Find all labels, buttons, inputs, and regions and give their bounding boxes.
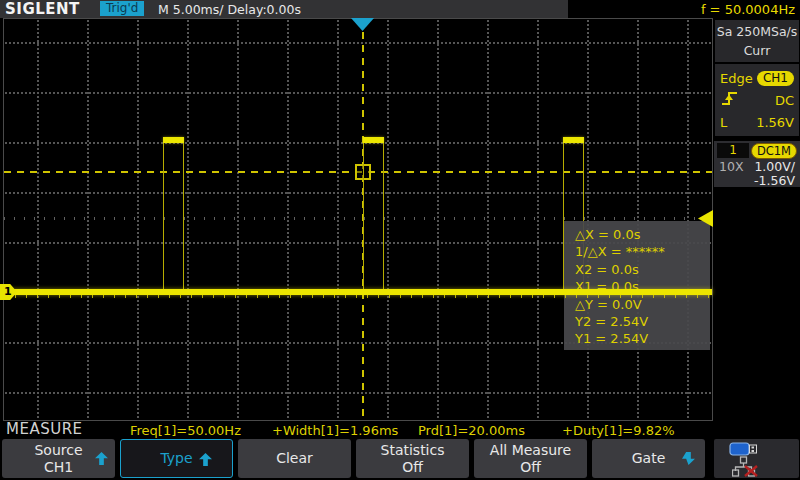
acquisition-info-box: Sa 250MSa/s Curr 17.5Mpts — [715, 20, 799, 62]
timebase-readout[interactable]: M 5.00ms/ Delay:0.00s — [158, 2, 301, 17]
cursor-readout-panel: △X = 0.0s 1/△X = ****** X2 = 0.0s X1 = 0… — [564, 221, 710, 350]
softkey-statistics-button[interactable]: Statistics Off — [356, 439, 469, 478]
rising-edge-icon — [720, 90, 740, 110]
measurement-period: Prd[1]=20.00ms — [418, 423, 525, 438]
waveform-rising-edge — [163, 141, 164, 291]
menu-up-arrow-icon — [95, 452, 108, 465]
softkey-label: Statistics — [381, 442, 445, 459]
waveform-falling-edge — [183, 141, 184, 291]
brand-logo: SIGLENT — [5, 0, 80, 18]
softkey-all-measure-button[interactable]: All Measure Off — [474, 439, 587, 478]
frequency-counter: f = 50.0004Hz — [701, 2, 795, 17]
softkey-gate-button[interactable]: Gate — [592, 439, 705, 478]
sample-rate: Sa 250MSa/s — [715, 22, 799, 41]
softkey-type-button[interactable]: Type — [120, 439, 233, 478]
softkey-label: Type — [160, 450, 192, 467]
channel-info-box[interactable]: 1 DC1M 10X 1.00V/ -1.56V — [714, 141, 800, 187]
channel-offset: -1.56V — [717, 174, 797, 188]
trigger-status-badge: Trig'd — [100, 1, 144, 16]
cursor-line-dx: △X = 0.0s — [575, 226, 710, 243]
trigger-mode: Edge — [720, 71, 753, 86]
waveform-pulse-top — [163, 137, 184, 143]
softkey-label: Source — [34, 442, 82, 459]
menu-up-arrow-icon — [199, 453, 212, 466]
softkey-sublabel: Off — [520, 459, 541, 476]
measurement-pos-width: +Width[1]=1.96ms — [272, 423, 398, 438]
softkey-sublabel: CH1 — [44, 459, 73, 476]
menu-down-arrow-icon — [682, 452, 695, 465]
softkey-label: All Measure — [490, 442, 571, 459]
waveform-pulse-top — [563, 137, 584, 143]
waveform-falling-edge — [383, 141, 384, 291]
trigger-level-label: L — [720, 115, 727, 130]
probe-attenuation: 10X — [719, 160, 743, 174]
cursor-line-x2: X2 = 0.0s — [575, 261, 710, 278]
trigger-coupling: DC — [775, 93, 794, 108]
softkey-label: Clear — [276, 450, 313, 467]
cursor-line-y2: Y2 = 2.54V — [575, 313, 710, 330]
channel-number-chip: 1 — [717, 143, 749, 158]
softkey-source-button[interactable]: Source CH1 — [2, 439, 115, 478]
softkey-label: Gate — [632, 450, 666, 467]
waveform-baseline-noise — [4, 295, 712, 298]
trigger-info-box[interactable]: Edge CH1 DC L 1.56V — [715, 64, 799, 136]
softkey-sublabel: Off — [402, 459, 423, 476]
waveform-rising-edge — [363, 141, 364, 291]
cursor-line-y1: Y1 = 2.54V — [575, 330, 710, 347]
lan-disconnected-icon — [732, 456, 760, 480]
volts-per-div: 1.00V/ — [754, 160, 795, 174]
measure-title: MEASURE — [6, 420, 83, 438]
center-axis-ticks — [4, 217, 712, 220]
cursor-line-inv-dx: 1/△X = ****** — [575, 243, 710, 260]
cursor-line-dy: △Y = 0.0V — [575, 296, 710, 313]
measurement-pos-duty: +Duty[1]=9.82% — [562, 423, 675, 438]
oscilloscope-screen: SIGLENT Trig'd M 5.00ms/ Delay:0.00s f =… — [0, 0, 800, 480]
channel-coupling-badge: DC1M — [751, 143, 797, 159]
measurement-freq: Freq[1]=50.00Hz — [130, 423, 241, 438]
trigger-level-value: 1.56V — [756, 115, 794, 130]
trigger-source-badge: CH1 — [757, 71, 794, 86]
softkey-clear-button[interactable]: Clear — [238, 439, 351, 478]
status-icon-box — [714, 439, 799, 478]
waveform-pulse-top — [363, 137, 384, 143]
